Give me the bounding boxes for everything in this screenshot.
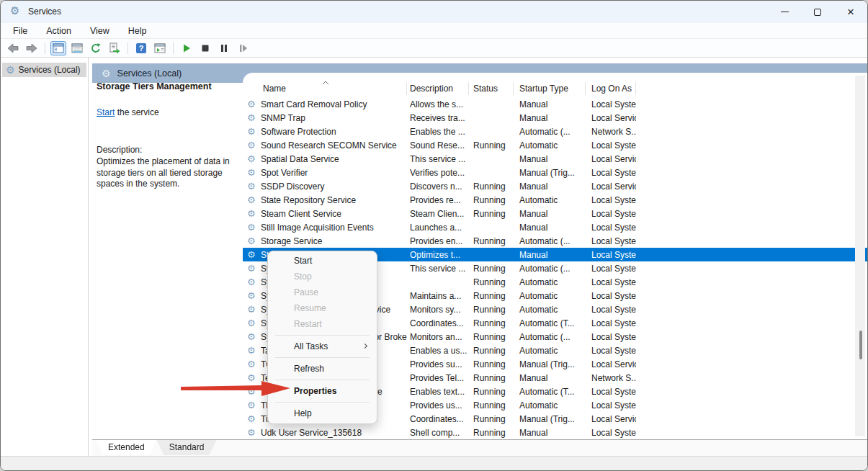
- menu-view[interactable]: View: [81, 26, 119, 36]
- column-header-log-on-as[interactable]: Log On As: [586, 82, 636, 95]
- service-gear-icon: ⚙: [247, 113, 261, 122]
- tree-item-services-local[interactable]: ⚙ Services (Local): [2, 63, 86, 77]
- refresh-icon[interactable]: [88, 41, 104, 55]
- description-label: Description:: [97, 145, 241, 156]
- stop-service-icon[interactable]: [197, 41, 213, 55]
- service-action-line: Start the service: [97, 107, 241, 117]
- context-menu-item[interactable]: Refresh: [268, 361, 377, 377]
- service-name: Smart Card Removal Policy: [261, 99, 407, 109]
- tab-extended[interactable]: Extended: [96, 440, 157, 455]
- service-gear-icon: ⚙: [247, 277, 261, 287]
- menu-action[interactable]: Action: [37, 26, 81, 36]
- close-button[interactable]: ×: [834, 1, 867, 23]
- context-menu-item[interactable]: Start: [268, 253, 377, 269]
- service-name: Udk User Service_135618: [261, 428, 407, 438]
- table-row[interactable]: ⚙ Udk User Service_135618 Shell comp... …: [243, 426, 867, 439]
- context-menu-item[interactable]: Help: [268, 405, 377, 421]
- service-description-cell: This service ...: [407, 264, 469, 274]
- service-startup-type-cell: Manual: [514, 181, 586, 192]
- service-startup-type-cell: Manual: [514, 373, 586, 383]
- vertical-scrollbar[interactable]: [855, 76, 865, 436]
- service-startup-type-cell: Automatic (...: [514, 127, 586, 137]
- service-startup-type-cell: Manual: [514, 223, 586, 233]
- service-startup-type-cell: Automatic: [514, 305, 586, 315]
- tab-standard[interactable]: Standard: [157, 440, 217, 455]
- service-status-cell: Running: [469, 400, 514, 411]
- table-row[interactable]: ⚙ State Repository Service Provides re..…: [243, 193, 867, 207]
- close-icon: ×: [847, 9, 854, 16]
- service-startup-type-cell: Automatic (...: [514, 236, 586, 246]
- table-row[interactable]: ⚙ Software Protection Enables the ... Au…: [243, 125, 867, 138]
- menu-help[interactable]: Help: [119, 26, 156, 36]
- service-log-on-as-cell: Local Syste...: [586, 332, 636, 342]
- table-row[interactable]: ⚙ Spot Verifier Verifies pote... Manual …: [243, 166, 867, 179]
- context-menu-item-label: All Tasks: [294, 341, 328, 351]
- service-name: Software Protection: [261, 127, 407, 137]
- table-row[interactable]: ⚙ Sound Research SECOMN Service Sound Re…: [243, 138, 867, 152]
- service-startup-type-cell: Automatic (...: [514, 264, 586, 274]
- service-log-on-as-cell: Local Syste...: [586, 209, 636, 219]
- service-description-cell: Sound Rese...: [407, 140, 469, 151]
- service-gear-icon: ⚙: [247, 400, 261, 410]
- service-description-cell: Steam Clien...: [407, 209, 469, 219]
- service-description-cell: Provides en...: [407, 236, 469, 246]
- table-row[interactable]: ⚙ Still Image Acquisition Events Launche…: [243, 220, 867, 234]
- forward-icon[interactable]: [24, 41, 40, 55]
- restart-service-icon[interactable]: [235, 41, 251, 55]
- service-name: Spatial Data Service: [261, 154, 407, 164]
- toolbar-separator: [45, 42, 45, 54]
- service-gear-icon: ⚙: [247, 318, 261, 328]
- service-log-on-as-cell: Local Syste...: [586, 140, 636, 151]
- context-menu-item[interactable]: All Tasks: [268, 338, 377, 354]
- column-header-description[interactable]: Description: [407, 82, 469, 95]
- service-log-on-as-cell: Local Service: [586, 154, 636, 164]
- menu-file[interactable]: File: [4, 26, 37, 36]
- show-preview-pane-icon[interactable]: [152, 41, 168, 55]
- export-list-icon[interactable]: [107, 41, 122, 55]
- maximize-button[interactable]: [801, 1, 834, 23]
- help-icon[interactable]: ?: [133, 41, 149, 55]
- table-row[interactable]: ⚙ SNMP Trap Receives tra... Manual Local…: [243, 111, 867, 125]
- service-log-on-as-cell: Local Syste...: [586, 305, 636, 315]
- service-description-cell: Enables a us...: [407, 346, 469, 356]
- service-gear-icon: ⚙: [247, 236, 261, 246]
- start-service-icon[interactable]: [179, 41, 194, 55]
- table-row[interactable]: ⚙ Storage Service Provides en... Running…: [243, 234, 867, 248]
- service-startup-type-cell: Manual: [514, 99, 586, 109]
- scrollbar-thumb[interactable]: [859, 331, 862, 359]
- sort-ascending-icon: [322, 77, 329, 87]
- table-row[interactable]: ⚙ Smart Card Removal Policy Allows the s…: [243, 97, 867, 111]
- show-console-tree-icon[interactable]: [50, 41, 66, 55]
- back-icon[interactable]: [5, 41, 21, 55]
- start-service-link[interactable]: Start: [97, 107, 115, 117]
- context-menu-item-label: Restart: [294, 319, 322, 329]
- service-status-cell: Running: [469, 209, 514, 219]
- context-menu-item[interactable]: Restart: [268, 316, 377, 332]
- service-description-cell: Provides re...: [407, 195, 469, 205]
- context-menu-item[interactable]: Resume: [268, 300, 377, 316]
- pause-service-icon[interactable]: [216, 41, 232, 55]
- column-header-startup-type[interactable]: Startup Type: [514, 82, 586, 95]
- service-startup-type-cell: Manual (Trig...: [514, 414, 586, 424]
- column-header-status[interactable]: Status: [469, 82, 514, 95]
- table-row[interactable]: ⚙ SSDP Discovery Discovers n... Running …: [243, 179, 867, 193]
- minimize-button[interactable]: [768, 1, 801, 23]
- context-menu-item[interactable]: Pause: [268, 284, 377, 300]
- service-status-cell: Running: [469, 428, 514, 438]
- properties-window-icon[interactable]: [69, 41, 85, 55]
- service-description-cell: Verifies pote...: [407, 168, 469, 178]
- minimize-icon: [781, 12, 789, 12]
- service-log-on-as-cell: Local Service: [586, 414, 636, 424]
- service-name: SNMP Trap: [261, 113, 407, 123]
- context-menu-item-label: Pause: [294, 287, 318, 297]
- table-row[interactable]: ⚙ Steam Client Service Steam Clien... Ru…: [243, 207, 867, 220]
- service-status-cell: Running: [469, 373, 514, 383]
- service-gear-icon: ⚙: [247, 414, 261, 423]
- service-gear-icon: ⚙: [247, 332, 261, 341]
- table-row[interactable]: ⚙ Spatial Data Service This service ... …: [243, 152, 867, 166]
- context-menu-item[interactable]: Stop: [268, 269, 377, 284]
- service-gear-icon: ⚙: [247, 195, 261, 205]
- service-startup-type-cell: Automatic: [514, 346, 586, 356]
- service-gear-icon: ⚙: [247, 428, 261, 437]
- service-startup-type-cell: Automatic: [514, 277, 586, 287]
